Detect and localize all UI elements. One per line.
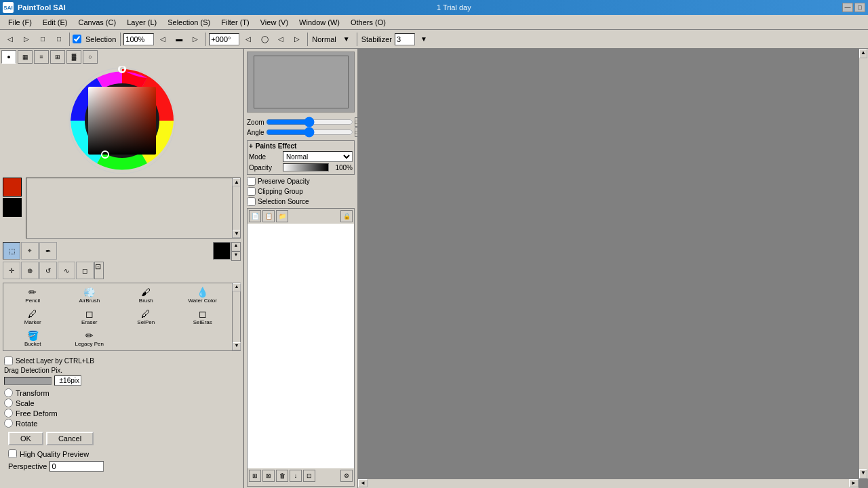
airbrush-tool[interactable]: 💨 AirBrush (62, 285, 118, 306)
delete-layer-btn[interactable]: 🗑 (276, 470, 288, 482)
merge-layer-btn[interactable]: ⊞ (249, 470, 261, 482)
eraser-tool[interactable]: ◻ Eraser (62, 306, 118, 327)
drag-slider[interactable] (4, 377, 52, 385)
color-tab-grid[interactable]: ▦ (18, 50, 33, 64)
select-layer-checkbox[interactable] (4, 357, 13, 365)
toolbar-btn-4[interactable]: □ (52, 32, 66, 47)
rotation-input[interactable] (209, 33, 239, 45)
opacity-value: 100% (329, 164, 353, 171)
extra-layer-btn[interactable]: ⊡ (303, 470, 315, 482)
clipping-group-checkbox[interactable] (247, 187, 256, 196)
toolbar-btn-3[interactable]: □ (35, 32, 50, 47)
move-down-btn[interactable]: ↓ (290, 470, 302, 482)
selection-source-checkbox[interactable] (247, 197, 256, 206)
eyedropper-tool[interactable]: ✒ (39, 242, 57, 260)
color-wheel[interactable] (68, 66, 176, 175)
canvas-scroll-right[interactable]: ► (849, 479, 859, 487)
brush-tool[interactable]: 🖌 Brush (118, 285, 174, 306)
foreground-color[interactable] (3, 178, 22, 197)
scroll-dn-2[interactable]: ▼ (231, 251, 241, 261)
brush-scroll-down[interactable]: ▼ (233, 342, 241, 350)
legacypen-tool[interactable]: ✏ Legacy Pen (62, 328, 118, 349)
seleraser-tool[interactable]: ◻ SelEras (175, 306, 231, 327)
zoom-slider[interactable] (266, 118, 353, 126)
zoom-input[interactable] (123, 33, 154, 45)
rotate-view-tool[interactable]: ↺ (39, 262, 57, 279)
menu-view[interactable]: View (V) (255, 17, 294, 28)
angle-slider[interactable] (266, 128, 353, 136)
cancel-button[interactable]: Cancel (46, 432, 94, 445)
color-tab-list[interactable]: ≡ (34, 50, 49, 64)
preserve-opacity-checkbox[interactable] (247, 177, 256, 186)
bucket-tool[interactable]: 🪣 Bucket (5, 328, 61, 349)
ok-button[interactable]: OK (8, 432, 43, 445)
toolbar-btn-2[interactable]: ▷ (19, 32, 34, 47)
pencil-tool[interactable]: ✏ Pencil (5, 285, 61, 306)
rot-btn-2[interactable]: ◯ (257, 32, 272, 47)
free-deform-radio[interactable] (4, 409, 13, 418)
scroll-up-2[interactable]: ▲ (231, 242, 241, 251)
color-tab-circle[interactable]: ○ (83, 50, 98, 64)
new-layer-btn[interactable]: 📄 (249, 210, 261, 222)
lasso-tool[interactable]: ⌖ (21, 242, 39, 260)
background-color[interactable] (3, 198, 22, 217)
canvas-viewport[interactable] (359, 50, 860, 480)
zoom-slider-left[interactable]: ▬ (172, 32, 186, 47)
stabilizer-input[interactable] (395, 33, 415, 45)
color-tab-gradient[interactable]: ▓ (66, 50, 81, 64)
menu-file[interactable]: File (F) (3, 17, 37, 28)
canvas-scroll-down[interactable]: ▼ (859, 469, 867, 479)
menu-window[interactable]: Window (W) (294, 17, 345, 28)
rotate-radio[interactable] (4, 419, 13, 428)
stabilizer-dropdown[interactable]: ▼ (416, 32, 431, 47)
folder-btn[interactable]: 📁 (276, 210, 288, 222)
canvas-scroll-up[interactable]: ▲ (859, 49, 867, 58)
copy-layer-btn[interactable]: 📋 (262, 210, 275, 222)
menu-canvas[interactable]: Canvas (C) (73, 17, 122, 28)
color-tab-palette[interactable]: ⊞ (50, 50, 65, 64)
menu-filter[interactable]: Filter (T) (216, 17, 255, 28)
zoom-tool[interactable]: ⊕ (21, 262, 39, 279)
flatten-btn[interactable]: ⊠ (262, 470, 275, 482)
selpen-tool[interactable]: 🖊 SelPen (118, 306, 174, 327)
blend-mode-dropdown[interactable]: ▼ (339, 32, 354, 47)
opacity-bar[interactable] (283, 163, 329, 171)
extra-btn[interactable]: ⊡ (94, 262, 104, 279)
scale-radio[interactable] (4, 399, 13, 407)
perspective-input[interactable] (50, 461, 104, 472)
menu-edit[interactable]: Edit (E) (37, 17, 73, 28)
canvas-scroll-left[interactable]: ◄ (358, 479, 368, 487)
select-rect-tool[interactable]: ⬚ (3, 242, 20, 260)
canvas-area[interactable]: ▲ ▼ ◄ ► (358, 49, 868, 488)
rot-btn-1[interactable]: ◁ (241, 32, 256, 47)
hq-preview-checkbox[interactable] (8, 449, 17, 458)
watercolor-tool[interactable]: 💧 Water Color (175, 285, 231, 306)
marker-tool[interactable]: 🖊 Marker (5, 306, 61, 327)
curve-tool[interactable]: ∿ (58, 262, 75, 279)
rot-btn-3[interactable]: ◁ (273, 32, 288, 47)
move-tool[interactable]: ✛ (3, 262, 20, 279)
rot-btn-4[interactable]: ▷ (290, 32, 304, 47)
mode-select[interactable]: Normal Multiply Screen Overlay (283, 151, 353, 162)
maximize-button[interactable]: □ (854, 3, 865, 12)
toolbar-btn-1[interactable]: ◁ (3, 32, 18, 47)
transform-radio[interactable] (4, 388, 13, 397)
minimize-button[interactable]: — (842, 3, 853, 12)
menu-others[interactable]: Others (O) (345, 17, 391, 28)
selection-checkbox[interactable] (73, 35, 81, 43)
layer-settings-btn[interactable]: ⚙ (340, 470, 353, 482)
menu-layer[interactable]: Layer (L) (121, 17, 162, 28)
menu-selection[interactable]: Selection (S) (162, 17, 216, 28)
zoom-out-btn[interactable]: ◁ (155, 32, 170, 47)
color-wheel-container[interactable] (68, 66, 176, 175)
color-tab-wheel[interactable]: ● (1, 50, 16, 64)
scroll-up[interactable]: ▲ (233, 178, 241, 186)
brush-scroll-up[interactable]: ▲ (233, 283, 241, 291)
color-pick-tool[interactable]: ◻ (76, 262, 94, 279)
color-swatch[interactable] (213, 242, 231, 260)
scroll-down[interactable]: ▼ (233, 230, 241, 238)
layer-toolbar-top: 📄 📋 📁 🔒 (248, 209, 354, 224)
paints-effect-title[interactable]: + Paints Effect (249, 142, 353, 150)
zoom-slider-right[interactable]: ▷ (188, 32, 203, 47)
lock-btn[interactable]: 🔒 (340, 210, 353, 222)
